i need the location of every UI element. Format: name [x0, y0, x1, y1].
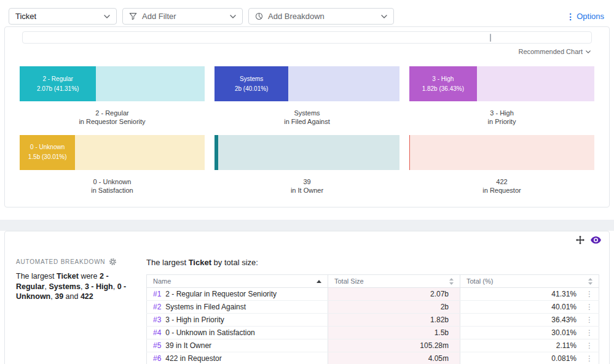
mini-chart-label: 3 - High [432, 76, 454, 83]
add-breakdown-dropdown[interactable]: Add Breakdown [248, 8, 394, 25]
row-menu-icon[interactable]: ⋮ [586, 316, 593, 323]
cell-name: #12 - Regular in Requestor Seniority [147, 288, 328, 301]
recommended-chart-label: Recommended Chart [518, 48, 583, 55]
chevron-down-icon [586, 50, 591, 53]
table-row[interactable]: #12 - Regular in Requestor Seniority 2.0… [147, 288, 599, 301]
column-header-name[interactable]: Name [147, 275, 328, 288]
table-header-row: Name Total Size Total [147, 275, 599, 288]
cell-name: #40 - Unknown in Satisfaction [147, 327, 328, 339]
breakdown-summary-text: The largest Ticket were 2 - Regular, Sys… [16, 271, 136, 302]
add-filter-label: Add Filter [142, 12, 176, 21]
mini-chart-bar [409, 135, 594, 170]
mini-chart-caption: Systems in Filed Against [215, 109, 399, 126]
row-menu-icon[interactable]: ⋮ [586, 290, 593, 298]
cell-name: #6422 in Requestor [147, 352, 328, 364]
table-row[interactable]: #33 - High in Priority 1.82b 36.43%⋮ [147, 314, 599, 327]
sort-asc-icon [317, 280, 321, 283]
sort-updown-icon [588, 278, 592, 285]
section-divider [0, 220, 614, 231]
mini-chart-requestor-seniority[interactable]: 2 - Regular 2.07b (41.31%) 2 - Regular i… [20, 66, 205, 126]
mini-chart-label: Systems [240, 76, 263, 83]
cell-total-size: 2b [328, 301, 460, 314]
mini-chart-caption: 2 - Regular in Requestor Seniority [20, 109, 205, 126]
rank-badge: #6 [153, 354, 161, 363]
chart-card: Recommended Chart 2 - Regular 2.07b (41.… [4, 26, 610, 207]
row-menu-icon[interactable]: ⋮ [586, 342, 593, 349]
mini-chart-value: 2.07b (41.31%) [37, 85, 79, 93]
table-row[interactable]: #6422 in Requestor 4.05m 0.081%⋮ [147, 352, 599, 364]
cell-total-pct: 2.11%⋮ [460, 339, 599, 352]
breakdown-summary-panel: AUTOMATED BREAKDOWN The largest Ticket w… [16, 258, 136, 364]
scrub-handle[interactable] [490, 34, 491, 42]
dataset-select-value: Ticket [15, 12, 36, 21]
table-row[interactable]: #539 in It Owner 105.28m 2.11%⋮ [147, 339, 599, 352]
cell-total-pct: 41.31%⋮ [460, 288, 599, 301]
mini-chart-caption: 3 - High in Priority [409, 109, 594, 126]
mini-chart-fill: 3 - High 1.82b (36.43%) [409, 66, 477, 101]
mini-chart-value: 1.5b (30.01%) [28, 153, 67, 161]
mini-chart-fill: Systems 2b (40.01%) [215, 66, 288, 101]
card-actions [576, 236, 601, 244]
move-icon[interactable] [576, 236, 584, 244]
rank-badge: #1 [153, 290, 161, 298]
row-menu-icon[interactable]: ⋮ [586, 355, 593, 362]
cell-total-pct: 36.43%⋮ [460, 314, 599, 327]
breakdown-pie-icon [255, 12, 263, 20]
mini-chart-bar: 2 - Regular 2.07b (41.31%) [20, 66, 205, 101]
cell-total-size: 1.5b [328, 327, 460, 339]
mini-chart-requestor[interactable]: 422 in Requestor [409, 135, 594, 195]
cell-total-pct: 30.01%⋮ [460, 327, 599, 339]
mini-chart-satisfaction[interactable]: 0 - Unknown 1.5b (30.01%) 0 - Unknown in… [20, 135, 205, 195]
table-row[interactable]: #40 - Unknown in Satisfaction 1.5b 30.01… [147, 327, 599, 339]
table-row[interactable]: #2Systems in Filed Against 2b 40.01%⋮ [147, 301, 599, 314]
mini-chart-priority[interactable]: 3 - High 1.82b (36.43%) 3 - High in Prio… [409, 66, 594, 126]
mini-chart-fill: 2 - Regular 2.07b (41.31%) [20, 66, 96, 101]
breakdown-table: Name Total Size Total [146, 274, 599, 364]
mini-chart-bar: 3 - High 1.82b (36.43%) [409, 66, 594, 101]
cell-total-size: 105.28m [328, 339, 460, 352]
kebab-vertical-icon: ⋮ [566, 12, 575, 21]
column-header-total-pct[interactable]: Total (%) [460, 275, 599, 288]
chevron-down-icon [381, 15, 387, 18]
mini-chart-label: 2 - Regular [42, 76, 73, 83]
eye-icon[interactable] [591, 236, 601, 244]
mini-chart-fill: 0 - Unknown 1.5b (30.01%) [20, 135, 75, 170]
row-menu-icon[interactable]: ⋮ [586, 329, 593, 336]
cell-total-pct: 0.081%⋮ [460, 352, 599, 364]
mini-chart-bar: 0 - Unknown 1.5b (30.01%) [20, 135, 205, 170]
mini-chart-label: 0 - Unknown [30, 144, 65, 151]
cell-total-pct: 40.01%⋮ [460, 301, 599, 314]
mini-chart-grid: 2 - Regular 2.07b (41.31%) 2 - Regular i… [20, 66, 594, 195]
mini-chart-it-owner[interactable]: 39 in It Owner [215, 135, 399, 195]
table-heading: The largest Ticket by total size: [146, 258, 599, 267]
options-button[interactable]: ⋮ Options [566, 12, 604, 21]
cell-total-size: 2.07b [328, 288, 460, 301]
gear-icon[interactable] [109, 258, 117, 266]
dataset-select[interactable]: Ticket [9, 8, 117, 25]
chevron-down-icon [230, 15, 236, 18]
add-breakdown-label: Add Breakdown [268, 12, 325, 21]
mini-chart-caption: 0 - Unknown in Satisfaction [20, 177, 205, 195]
sort-updown-icon [449, 278, 454, 285]
mini-chart-value: 1.82b (36.43%) [422, 85, 464, 93]
mini-chart-bar [215, 135, 399, 170]
mini-chart-caption: 422 in Requestor [409, 177, 594, 195]
chevron-down-icon [104, 15, 110, 18]
column-header-total-size[interactable]: Total Size [328, 275, 460, 288]
toolbar: Ticket Add Filter Add Breakdown ⋮ Option… [9, 8, 604, 25]
cell-total-size: 1.82b [328, 314, 460, 327]
rank-badge: #3 [153, 316, 161, 324]
breakdown-table-panel: The largest Ticket by total size: Name [146, 258, 599, 364]
cell-name: #539 in It Owner [147, 339, 328, 352]
add-filter-dropdown[interactable]: Add Filter [122, 8, 243, 25]
filter-icon [129, 12, 137, 20]
recommended-chart-toggle[interactable]: Recommended Chart [5, 48, 591, 55]
mini-chart-fill [215, 135, 218, 170]
mini-chart-filed-against[interactable]: Systems 2b (40.01%) Systems in Filed Aga… [215, 66, 399, 126]
mini-chart-caption: 39 in It Owner [215, 177, 399, 195]
row-menu-icon[interactable]: ⋮ [586, 303, 593, 311]
cell-name: #33 - High in Priority [147, 314, 328, 327]
chart-scrub-strip[interactable] [22, 31, 592, 44]
breakdown-card: AUTOMATED BREAKDOWN The largest Ticket w… [4, 231, 610, 364]
rank-badge: #2 [153, 303, 161, 311]
